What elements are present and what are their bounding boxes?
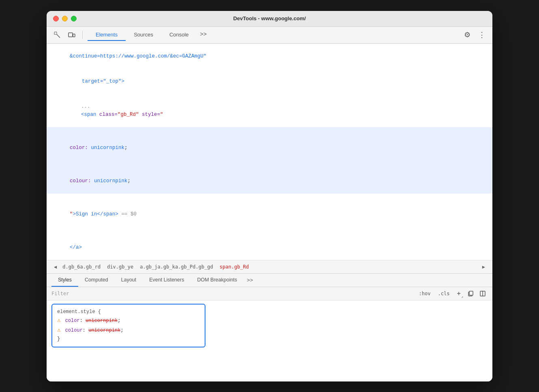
svg-rect-3 — [73, 34, 75, 37]
breadcrumb-item-agbja[interactable]: a.gb_ja.gb_ka.gb_Pd.gb_gd — [137, 263, 216, 271]
tab-layout[interactable]: Layout — [115, 274, 143, 287]
computed-sidebar-icon[interactable] — [478, 289, 488, 298]
devtools-window: DevTools - www.google.com/ Elements Sour… — [47, 11, 492, 381]
tab-elements[interactable]: Elements — [88, 29, 126, 41]
tab-console[interactable]: Console — [161, 29, 197, 41]
hov-button[interactable]: :hov — [417, 290, 433, 297]
html-panel: &continue=https://www.google.com/&ec=GAZ… — [47, 44, 492, 260]
more-styles-tabs-button[interactable]: >> — [244, 275, 256, 285]
breadcrumb-prev[interactable]: ◀ — [51, 263, 59, 271]
maximize-button[interactable] — [71, 16, 77, 21]
html-line: target="_top"> — [47, 69, 492, 94]
breadcrumb-item-divgbye[interactable]: div.gb_ye — [104, 263, 137, 271]
css-closing-brace: } — [57, 335, 200, 343]
filter-input[interactable] — [51, 291, 413, 296]
html-line-selected: colour: unicornpink; — [47, 160, 492, 194]
element-picker-icon[interactable] — [51, 29, 63, 40]
tab-event-listeners[interactable]: Event Listeners — [143, 274, 190, 287]
warning-icon-2: ⚠ — [57, 326, 60, 335]
html-line: </a> — [47, 227, 492, 260]
styles-tools: :hov .cls +↗ — [417, 289, 488, 298]
more-menu-icon[interactable]: ⋮ — [476, 29, 488, 40]
css-declaration-1: ⚠ color: unicornpink; — [57, 316, 200, 326]
css-selector-line: element.style { — [57, 308, 200, 316]
toolbar-divider — [82, 31, 83, 39]
styles-panel-tabs: Styles Computed Layout Event Listeners D… — [47, 274, 492, 287]
traffic-lights — [53, 16, 77, 21]
breadcrumb-next[interactable]: ▶ — [480, 263, 488, 271]
breadcrumb-item-spangbrd[interactable]: span.gb_Rd — [216, 263, 252, 271]
warning-icon-1: ⚠ — [57, 316, 60, 326]
copy-styles-icon[interactable] — [466, 289, 475, 298]
html-line-selected: color: unicornpink; — [47, 127, 492, 160]
breadcrumb-item-div6a[interactable]: d.gb_6a.gb_rd — [59, 263, 104, 271]
close-button[interactable] — [53, 16, 59, 21]
css-rule-element-style: element.style { ⚠ color: unicornpink; ⚠ … — [51, 304, 205, 347]
css-panel: element.style { ⚠ color: unicornpink; ⚠ … — [47, 300, 492, 381]
main-tabs: Elements Sources Console >> — [88, 29, 458, 41]
tab-sources[interactable]: Sources — [126, 29, 161, 41]
tab-dom-breakpoints[interactable]: DOM Breakpoints — [190, 274, 244, 287]
svg-line-1 — [57, 34, 60, 38]
add-style-button[interactable]: +↗ — [454, 289, 463, 298]
window-title: DevTools - www.google.com/ — [233, 15, 306, 21]
html-line: ">Sign in</span> == $0 — [47, 194, 492, 227]
tab-styles[interactable]: Styles — [51, 274, 78, 287]
svg-rect-5 — [469, 291, 473, 295]
main-toolbar: Elements Sources Console >> ⚙ ⋮ — [47, 27, 492, 44]
html-line: &continue=https://www.google.com/&ec=GAZ… — [47, 44, 492, 69]
tab-computed[interactable]: Computed — [78, 274, 115, 287]
svg-rect-2 — [68, 33, 73, 37]
cls-button[interactable]: .cls — [435, 290, 452, 297]
settings-icon[interactable]: ⚙ — [462, 29, 473, 40]
minimize-button[interactable] — [62, 16, 68, 21]
html-line: ... <span class="gb_Rd" style=" — [47, 94, 492, 127]
styles-filter-bar: :hov .cls +↗ — [47, 287, 492, 300]
toolbar-right: ⚙ ⋮ — [462, 29, 488, 40]
svg-rect-0 — [54, 32, 57, 34]
breadcrumb-bar: ◀ d.gb_6a.gb_rd div.gb_ye a.gb_ja.gb_ka.… — [47, 260, 492, 274]
more-tabs-button[interactable]: >> — [197, 29, 210, 41]
css-declaration-2: ⚠ colour: unicornpink; — [57, 326, 200, 335]
titlebar: DevTools - www.google.com/ — [47, 11, 492, 27]
device-toggle-icon[interactable] — [66, 29, 77, 40]
